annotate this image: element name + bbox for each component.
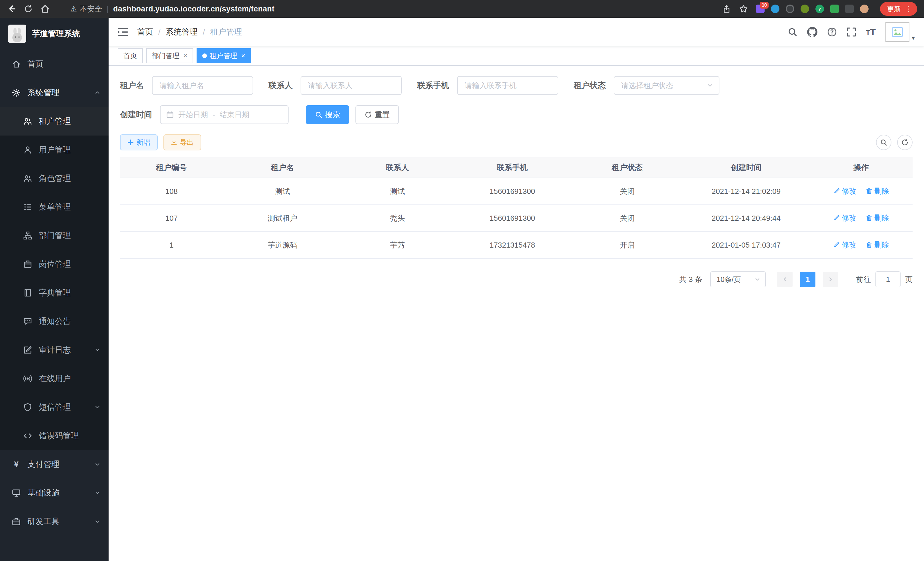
export-button[interactable]: 导出 bbox=[164, 134, 201, 150]
sidebar-item-audit-log[interactable]: 审计日志 bbox=[0, 336, 109, 364]
delete-button[interactable]: 删除 bbox=[866, 213, 889, 223]
breadcrumb-home[interactable]: 首页 bbox=[137, 27, 153, 38]
help-icon[interactable] bbox=[827, 27, 837, 37]
book-icon bbox=[23, 289, 32, 297]
extension-icon[interactable] bbox=[860, 5, 868, 13]
refresh-table-button[interactable] bbox=[897, 135, 913, 150]
tab-dept[interactable]: 部门管理 × bbox=[146, 48, 193, 63]
sidebar: 芋道管理系统 首页 系统管理 租户管理 用户管理 bbox=[0, 18, 109, 561]
filter-row-1: 租户名 联系人 联系手机 租户状态 请选择租户状态 bbox=[120, 76, 913, 95]
extension-icon[interactable] bbox=[771, 5, 779, 13]
prev-page-button[interactable] bbox=[777, 272, 793, 287]
back-button[interactable] bbox=[7, 4, 16, 14]
toggle-search-button[interactable] bbox=[876, 135, 891, 150]
delete-button[interactable]: 删除 bbox=[866, 240, 889, 250]
address-bar[interactable]: ⚠ 不安全 | dashboard.yudao.iocoder.cn/syste… bbox=[70, 4, 274, 14]
extension-badge: 10 bbox=[760, 2, 769, 9]
sidebar-item-sms[interactable]: 短信管理 bbox=[0, 393, 109, 421]
table-body: 108测试测试15601691300关闭2021-12-14 21:02:09修… bbox=[120, 178, 913, 259]
extension-icon[interactable]: 10 bbox=[756, 5, 765, 13]
extension-icon[interactable] bbox=[786, 5, 794, 13]
page-unit-label: 页 bbox=[905, 274, 913, 284]
reset-button[interactable]: 重置 bbox=[356, 105, 399, 124]
chevron-down-icon bbox=[94, 490, 100, 496]
page-size-select[interactable]: 10条/页 bbox=[710, 271, 766, 287]
security-warning[interactable]: ⚠ 不安全 bbox=[70, 4, 102, 14]
close-icon[interactable]: × bbox=[241, 52, 245, 60]
sidebar-item-label: 基础设施 bbox=[27, 487, 59, 498]
url-text[interactable]: dashboard.yudao.iocoder.cn/system/tenant bbox=[113, 5, 274, 14]
cell-created: 2021-01-05 17:03:47 bbox=[683, 232, 810, 259]
create-time-range[interactable]: 开始日期 - 结束日期 bbox=[160, 105, 289, 124]
sidebar-item-error-code[interactable]: 错误码管理 bbox=[0, 421, 109, 450]
search-icon[interactable] bbox=[788, 27, 797, 37]
extension-icon[interactable]: y bbox=[815, 5, 824, 13]
sidebar-item-dict[interactable]: 字典管理 bbox=[0, 278, 109, 307]
user-avatar[interactable]: ▾ bbox=[885, 22, 915, 42]
search-button[interactable]: 搜索 bbox=[306, 105, 349, 124]
sidebar-item-menu[interactable]: 菜单管理 bbox=[0, 193, 109, 221]
share-icon[interactable] bbox=[722, 5, 731, 13]
sidebar-item-payment[interactable]: ¥ 支付管理 bbox=[0, 450, 109, 479]
delete-icon bbox=[866, 241, 873, 248]
edit-button[interactable]: 修改 bbox=[833, 186, 856, 196]
sidebar-item-label: 部门管理 bbox=[39, 230, 71, 241]
column-header-name: 租户名 bbox=[223, 157, 342, 178]
edit-doc-icon bbox=[23, 346, 32, 354]
tenant-status-select[interactable]: 请选择租户状态 bbox=[614, 76, 719, 95]
home-button[interactable] bbox=[40, 4, 50, 14]
sidebar-item-tenant[interactable]: 租户管理 bbox=[0, 107, 109, 135]
cell-phone: 15601691300 bbox=[453, 205, 572, 232]
top-navbar: 首页 / 系统管理 / 租户管理 TT bbox=[109, 18, 924, 46]
reload-button[interactable] bbox=[24, 5, 33, 13]
sidebar-item-system[interactable]: 系统管理 bbox=[0, 78, 109, 107]
close-icon[interactable]: × bbox=[183, 52, 188, 60]
chevron-up-icon bbox=[94, 89, 100, 96]
extension-icon[interactable] bbox=[830, 5, 839, 13]
sidebar-item-dept[interactable]: 部门管理 bbox=[0, 221, 109, 250]
add-button[interactable]: 新增 bbox=[120, 134, 158, 150]
security-label: 不安全 bbox=[80, 4, 102, 14]
contact-input[interactable] bbox=[301, 76, 402, 95]
cell-created: 2021-12-14 21:02:09 bbox=[683, 178, 810, 205]
sidebar-item-dev-tools[interactable]: 研发工具 bbox=[0, 507, 109, 536]
sidebar-item-label: 菜单管理 bbox=[39, 202, 71, 212]
hamburger-icon[interactable] bbox=[118, 27, 128, 37]
sidebar-item-user[interactable]: 用户管理 bbox=[0, 135, 109, 164]
next-page-button[interactable] bbox=[823, 272, 838, 287]
page-1-button[interactable]: 1 bbox=[800, 272, 815, 287]
tab-tenant[interactable]: 租户管理 × bbox=[196, 48, 251, 63]
tab-home[interactable]: 首页 bbox=[118, 48, 143, 63]
phone-input[interactable] bbox=[457, 76, 558, 95]
edit-button[interactable]: 修改 bbox=[833, 213, 856, 223]
delete-button[interactable]: 删除 bbox=[866, 186, 889, 196]
bookmark-star-icon[interactable] bbox=[739, 4, 748, 14]
tenant-name-input[interactable] bbox=[152, 76, 253, 95]
sidebar-item-home[interactable]: 首页 bbox=[0, 50, 109, 78]
browser-menu-icon[interactable]: ⋮ bbox=[904, 5, 912, 14]
breadcrumb-system[interactable]: 系统管理 bbox=[166, 27, 198, 38]
font-size-icon[interactable]: TT bbox=[866, 27, 876, 38]
chevron-down-icon bbox=[94, 347, 100, 353]
sidebar-item-notice[interactable]: 通知公告 bbox=[0, 307, 109, 336]
reset-button-label: 重置 bbox=[375, 110, 390, 120]
sidebar-item-online-users[interactable]: 在线用户 bbox=[0, 364, 109, 393]
github-icon[interactable] bbox=[807, 27, 818, 37]
update-button[interactable]: 更新 ⋮ bbox=[880, 2, 917, 16]
column-header-id: 租户编号 bbox=[120, 157, 223, 178]
extension-icon[interactable] bbox=[801, 5, 809, 13]
tenant-table: 租户编号 租户名 联系人 联系手机 租户状态 创建时间 操作 108测试测试15… bbox=[120, 157, 913, 259]
calendar-icon bbox=[166, 111, 174, 118]
cell-contact: 芋艿 bbox=[342, 232, 453, 259]
edit-button[interactable]: 修改 bbox=[833, 240, 856, 250]
extension-icon[interactable] bbox=[845, 5, 854, 13]
sidebar-item-infrastructure[interactable]: 基础设施 bbox=[0, 479, 109, 507]
sidebar-item-role[interactable]: 角色管理 bbox=[0, 164, 109, 193]
sidebar-item-label: 研发工具 bbox=[27, 516, 59, 527]
tab-label: 租户管理 bbox=[210, 51, 237, 60]
logo-image bbox=[8, 25, 26, 43]
goto-page-input[interactable] bbox=[875, 271, 901, 287]
sidebar-item-post[interactable]: 岗位管理 bbox=[0, 250, 109, 278]
fullscreen-icon[interactable] bbox=[847, 27, 856, 37]
sidebar-item-label: 角色管理 bbox=[39, 173, 71, 184]
